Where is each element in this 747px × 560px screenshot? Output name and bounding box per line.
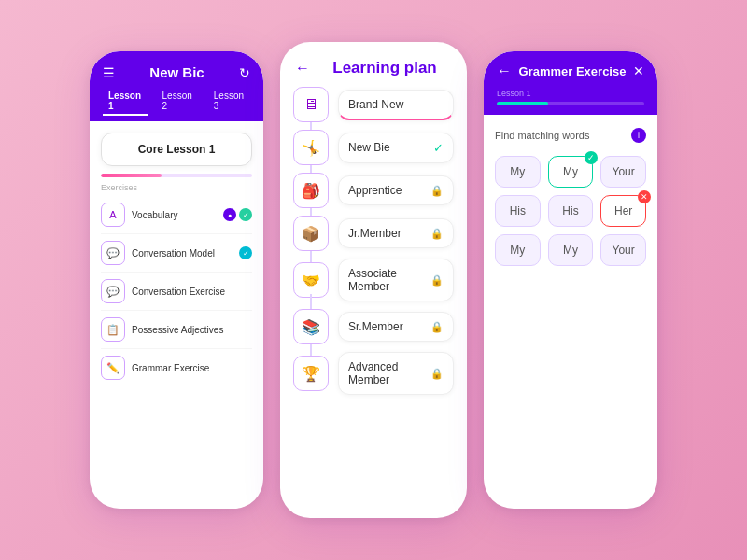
- conv-exercise-icon: 💬: [101, 279, 125, 303]
- lock-icon: 🔒: [430, 274, 444, 287]
- list-item[interactable]: 🤝 Associate Member 🔒: [293, 259, 454, 301]
- left-app-title: New Bic: [115, 64, 239, 80]
- lock-icon: 🔒: [430, 228, 444, 240]
- plan-label: Jr.Member: [348, 227, 402, 240]
- plan-label: Brand New: [348, 98, 403, 111]
- plan-card-jrmember: Jr.Member 🔒: [338, 218, 454, 248]
- plan-line: [310, 294, 312, 309]
- core-lesson-progress-fill: [101, 174, 162, 177]
- close-icon[interactable]: ✕: [633, 63, 644, 78]
- grammar-icon: ✏️: [101, 356, 125, 380]
- lock-icon: 🔒: [430, 368, 444, 380]
- tab-lesson1[interactable]: Lesson 1: [103, 88, 148, 116]
- word-button[interactable]: ✕ Her: [600, 195, 646, 227]
- badge-blue: ●: [223, 208, 236, 221]
- lock-icon: 🔒: [430, 185, 444, 197]
- plan-icon-apprentice: 🎒: [293, 173, 329, 208]
- word-button[interactable]: Your: [600, 156, 646, 188]
- phone-right: ← Grammer Exercise ✕ Lesson 1 Find match…: [484, 51, 657, 509]
- plan-card-newbie: New Bie ✓: [338, 133, 454, 163]
- word-button[interactable]: Your: [600, 234, 646, 266]
- menu-icon[interactable]: ☰: [103, 65, 115, 80]
- mid-body: 🖥 Brand New 🤸 New Bie ✓ 🎒 Apprentice 🔒 📦: [280, 87, 467, 395]
- word-button[interactable]: My: [548, 234, 594, 266]
- plan-icon-brandnew: 🖥: [293, 87, 329, 122]
- tab-lesson2[interactable]: Lesson 2: [157, 88, 199, 116]
- mid-header: ← Learning plan: [280, 42, 467, 87]
- list-item[interactable]: 🖥 Brand New: [293, 87, 454, 122]
- list-item[interactable]: 📋 Possessive Adjectives: [101, 311, 252, 349]
- exercise-label: Conversation Exercise: [132, 287, 252, 297]
- lock-icon: 🔒: [430, 321, 444, 333]
- word-button[interactable]: ✓ My: [548, 156, 594, 188]
- core-lesson-progress: [101, 174, 252, 177]
- back-icon[interactable]: ←: [295, 60, 310, 77]
- list-item[interactable]: 📦 Jr.Member 🔒: [293, 216, 454, 251]
- list-item[interactable]: 🏆 Advanced Member 🔒: [293, 352, 454, 395]
- phone-mid: ← Learning plan 🖥 Brand New 🤸 New Bie ✓ …: [280, 42, 467, 518]
- list-item[interactable]: 🎒 Apprentice 🔒: [293, 173, 454, 208]
- exercise-label: Possessive Adjectives: [132, 325, 252, 335]
- plan-label: New Bie: [348, 141, 390, 154]
- exercise-label: Vocabulary: [132, 210, 217, 220]
- core-lesson-box: Core Lesson 1: [101, 133, 252, 166]
- check-badge: ✓: [585, 151, 598, 164]
- find-words-label: Find matching words: [495, 130, 590, 141]
- conv-model-icon: 💬: [101, 241, 125, 265]
- left-tabs: Lesson 1 Lesson 2 Lesson 3: [103, 88, 250, 121]
- refresh-icon[interactable]: ↻: [239, 65, 250, 80]
- badge-teal2: ✓: [239, 208, 252, 221]
- plan-label: Sr.Member: [348, 320, 403, 333]
- plan-icon-associate: 🤝: [293, 262, 329, 298]
- x-badge: ✕: [638, 190, 651, 203]
- find-words-row: Find matching words i: [495, 128, 646, 143]
- plan-icon-advanced: 🏆: [293, 356, 329, 391]
- phone-left: ☰ New Bic ↻ Lesson 1 Lesson 2 Lesson 3 C…: [90, 51, 263, 509]
- tab-lesson3[interactable]: Lesson 3: [208, 88, 250, 116]
- exercise-label: Conversation Model: [132, 248, 233, 259]
- left-body: Core Lesson 1 Exercises A Vocabulary ● ✓…: [90, 121, 263, 386]
- right-back-icon[interactable]: ←: [497, 63, 512, 79]
- plan-label: Apprentice: [348, 184, 402, 197]
- right-title: Grammer Exercise: [512, 64, 633, 78]
- plan-icon-srmember: 📚: [293, 309, 329, 344]
- right-sub-header: Lesson 1: [484, 89, 657, 115]
- exercise-badges: ● ✓: [223, 208, 252, 221]
- badge-teal: ✓: [239, 246, 252, 259]
- possessive-icon: 📋: [101, 317, 125, 342]
- list-item[interactable]: 💬 Conversation Exercise: [101, 273, 252, 311]
- info-icon[interactable]: i: [631, 128, 646, 143]
- exercises-label: Exercises: [101, 183, 252, 192]
- plan-card-apprentice: Apprentice 🔒: [338, 175, 454, 205]
- plan-card-brandnew: Brand New: [338, 90, 454, 120]
- right-lesson-label: Lesson 1: [497, 89, 644, 98]
- list-item[interactable]: 💬 Conversation Model ✓: [101, 234, 252, 273]
- left-header: ☰ New Bic ↻ Lesson 1 Lesson 2 Lesson 3: [90, 51, 263, 121]
- word-grid: My ✓ My Your His His ✕ Her My My Your: [495, 156, 646, 266]
- list-item[interactable]: ✏️ Grammar Exercise: [101, 349, 252, 386]
- word-button[interactable]: My: [495, 156, 541, 188]
- right-progress-bar: [497, 102, 644, 105]
- list-item[interactable]: A Vocabulary ● ✓: [101, 196, 252, 234]
- right-progress-fill: [497, 102, 548, 105]
- plan-label: Associate Member: [348, 267, 430, 293]
- plan-label: Advanced Member: [348, 360, 430, 386]
- list-item[interactable]: 🤸 New Bie ✓: [293, 130, 454, 165]
- exercise-label: Grammar Exercise: [132, 363, 252, 373]
- word-button[interactable]: His: [548, 195, 594, 227]
- right-body: Find matching words i My ✓ My Your His H…: [484, 115, 657, 279]
- check-teal-icon: ✓: [433, 141, 444, 155]
- plan-card-associate: Associate Member 🔒: [338, 259, 454, 301]
- vocab-icon: A: [101, 203, 125, 227]
- mid-title: Learning plan: [317, 59, 452, 77]
- plan-card-advanced: Advanced Member 🔒: [338, 352, 454, 395]
- right-header: ← Grammer Exercise ✕: [484, 51, 657, 89]
- list-item[interactable]: 📚 Sr.Member 🔒: [293, 309, 454, 344]
- plan-icon-jrmember: 📦: [293, 216, 329, 251]
- word-button[interactable]: His: [495, 195, 541, 227]
- plan-card-srmember: Sr.Member 🔒: [338, 312, 454, 342]
- word-button[interactable]: My: [495, 234, 541, 266]
- exercise-badges: ✓: [239, 246, 252, 259]
- plan-icon-newbie: 🤸: [293, 130, 329, 165]
